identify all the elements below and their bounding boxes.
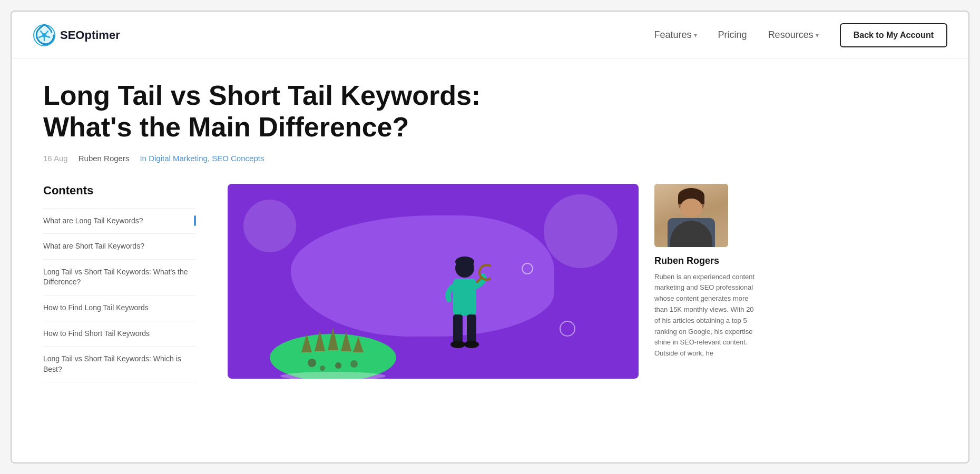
svg-point-0 bbox=[42, 33, 46, 37]
article-author: Ruben Rogers bbox=[79, 154, 130, 163]
svg-point-19 bbox=[450, 341, 465, 348]
article-title: Long Tail vs Short Tail Keywords: What's… bbox=[43, 80, 517, 143]
deco-circle-sm2 bbox=[560, 321, 575, 337]
back-to-account-button[interactable]: Back to My Account bbox=[840, 23, 947, 47]
author-photo-inner bbox=[654, 184, 728, 247]
contents-heading: Contents bbox=[43, 184, 196, 197]
article-date: 16 Aug bbox=[43, 154, 68, 163]
svg-point-7 bbox=[308, 359, 316, 367]
svg-point-10 bbox=[350, 360, 358, 368]
person-illustration bbox=[438, 252, 491, 363]
contents-item-1[interactable]: What are Long Tail Keywords? bbox=[43, 209, 196, 234]
author-card: Ruben Rogers Ruben is an experienced con… bbox=[654, 184, 760, 456]
author-photo bbox=[654, 184, 728, 247]
logo-icon bbox=[33, 24, 56, 47]
contents-item-6[interactable]: Long Tail vs Short Tail Keywords: Which … bbox=[43, 347, 196, 382]
deco-circle-tl bbox=[243, 200, 296, 252]
features-nav-link[interactable]: Features ▾ bbox=[654, 29, 697, 41]
brand-name: SEOptimer bbox=[60, 28, 120, 42]
logo-link[interactable]: SEOptimer bbox=[33, 24, 120, 47]
resources-nav-link[interactable]: Resources ▾ bbox=[768, 29, 819, 41]
author-name: Ruben Rogers bbox=[654, 255, 760, 266]
nav-links: Features ▾ Pricing Resources ▾ bbox=[654, 29, 819, 41]
article-hero-image bbox=[228, 184, 639, 379]
contents-item-5[interactable]: How to Find Short Tail Keywords bbox=[43, 321, 196, 347]
svg-point-9 bbox=[320, 366, 325, 371]
article-image-area bbox=[228, 184, 639, 456]
article-hero: Long Tail vs Short Tail Keywords: What's… bbox=[12, 59, 968, 173]
active-indicator bbox=[194, 215, 196, 226]
svg-point-20 bbox=[464, 341, 479, 348]
contents-item-3[interactable]: Long Tail vs Short Tail Keywords: What's… bbox=[43, 260, 196, 295]
svg-point-13 bbox=[455, 256, 474, 267]
svg-rect-14 bbox=[453, 279, 476, 315]
article-categories: In Digital Marketing, SEO Concepts bbox=[140, 154, 264, 163]
features-chevron-icon: ▾ bbox=[694, 32, 697, 39]
svg-rect-18 bbox=[467, 314, 476, 343]
svg-rect-17 bbox=[453, 314, 463, 343]
main-content: Long Tail vs Short Tail Keywords: What's… bbox=[12, 59, 968, 462]
deco-circle-sm bbox=[522, 263, 533, 274]
pricing-nav-link[interactable]: Pricing bbox=[718, 29, 747, 41]
contents-item-2[interactable]: What are Short Tail Keywords? bbox=[43, 234, 196, 260]
contents-sidebar: Contents What are Long Tail Keywords? Wh… bbox=[43, 184, 212, 456]
dino-illustration bbox=[259, 284, 407, 379]
navbar: SEOptimer Features ▾ Pricing Resources ▾… bbox=[12, 12, 968, 59]
article-body: Contents What are Long Tail Keywords? Wh… bbox=[12, 173, 968, 456]
contents-item-4[interactable]: How to Find Long Tail Keywords bbox=[43, 295, 196, 321]
resources-chevron-icon: ▾ bbox=[816, 32, 819, 39]
browser-frame: SEOptimer Features ▾ Pricing Resources ▾… bbox=[11, 11, 969, 463]
deco-circle-tr bbox=[544, 194, 618, 268]
contents-list: What are Long Tail Keywords? What are Sh… bbox=[43, 208, 196, 383]
svg-point-8 bbox=[335, 362, 341, 369]
author-bio: Ruben is an experienced content marketin… bbox=[654, 272, 760, 359]
article-meta: 16 Aug Ruben Rogers In Digital Marketing… bbox=[43, 154, 937, 163]
